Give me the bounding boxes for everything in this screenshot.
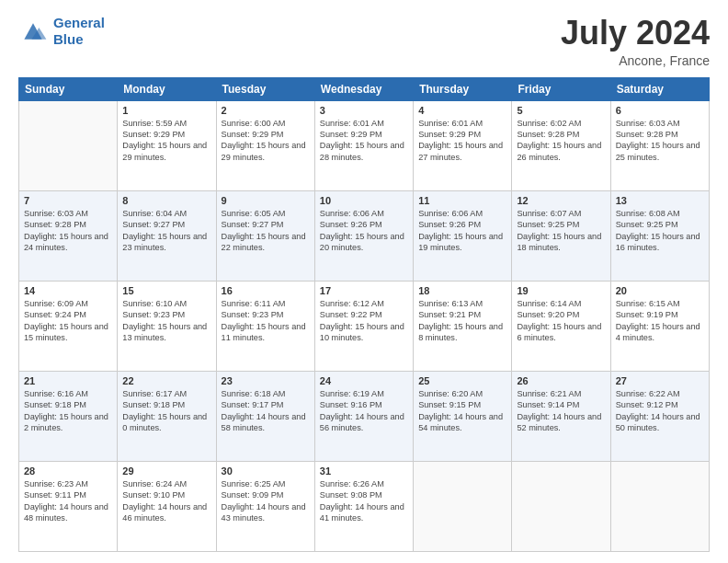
- table-row: 7Sunrise: 6:03 AMSunset: 9:28 PMDaylight…: [19, 190, 118, 281]
- day-info: Sunrise: 6:09 AMSunset: 9:24 PMDaylight:…: [24, 298, 112, 344]
- day-number: 16: [222, 285, 310, 296]
- table-row: 6Sunrise: 6:03 AMSunset: 9:28 PMDaylight…: [610, 100, 709, 190]
- col-thursday: Thursday: [414, 77, 512, 100]
- table-row: 8Sunrise: 6:04 AMSunset: 9:27 PMDaylight…: [118, 190, 216, 281]
- day-info: Sunrise: 6:01 AMSunset: 9:29 PMDaylight:…: [320, 118, 408, 164]
- subtitle: Ancone, France: [561, 53, 710, 68]
- day-info: Sunrise: 6:01 AMSunset: 9:29 PMDaylight:…: [418, 118, 506, 164]
- logo: General Blue: [18, 15, 105, 48]
- day-number: 28: [24, 465, 112, 477]
- calendar-week-row: 28Sunrise: 6:23 AMSunset: 9:11 PMDayligh…: [19, 461, 710, 551]
- table-row: 1Sunrise: 5:59 AMSunset: 9:29 PMDaylight…: [118, 100, 216, 190]
- table-row: 26Sunrise: 6:21 AMSunset: 9:14 PMDayligh…: [512, 371, 610, 461]
- day-info: Sunrise: 6:12 AMSunset: 9:22 PMDaylight:…: [320, 298, 408, 344]
- table-row: 13Sunrise: 6:08 AMSunset: 9:25 PMDayligh…: [610, 190, 709, 281]
- day-number: 24: [320, 375, 408, 386]
- day-info: Sunrise: 6:14 AMSunset: 9:20 PMDaylight:…: [517, 298, 605, 344]
- day-number: 11: [418, 195, 506, 206]
- day-number: 22: [122, 375, 210, 386]
- day-number: 21: [24, 375, 112, 386]
- day-number: 18: [418, 285, 506, 296]
- day-info: Sunrise: 6:04 AMSunset: 9:27 PMDaylight:…: [122, 208, 210, 254]
- day-number: 20: [616, 285, 704, 296]
- day-info: Sunrise: 6:06 AMSunset: 9:26 PMDaylight:…: [320, 208, 408, 254]
- day-info: Sunrise: 6:11 AMSunset: 9:23 PMDaylight:…: [222, 298, 310, 344]
- table-row: 3Sunrise: 6:01 AMSunset: 9:29 PMDaylight…: [314, 100, 413, 190]
- day-info: Sunrise: 6:10 AMSunset: 9:23 PMDaylight:…: [122, 298, 210, 344]
- header: General Blue July 2024 Ancone, France: [18, 15, 710, 68]
- day-number: 14: [24, 285, 112, 296]
- table-row: [19, 100, 118, 190]
- logo-blue: Blue: [53, 31, 84, 47]
- title-block: July 2024 Ancone, France: [561, 15, 710, 68]
- logo-icon: [18, 18, 48, 44]
- day-info: Sunrise: 6:23 AMSunset: 9:11 PMDaylight:…: [24, 478, 112, 524]
- day-number: 13: [616, 195, 704, 206]
- day-info: Sunrise: 6:13 AMSunset: 9:21 PMDaylight:…: [418, 298, 506, 344]
- calendar-header-row: Sunday Monday Tuesday Wednesday Thursday…: [19, 77, 710, 100]
- logo-general: General: [53, 15, 105, 30]
- day-number: 7: [24, 195, 112, 206]
- day-info: Sunrise: 6:21 AMSunset: 9:14 PMDaylight:…: [517, 388, 605, 434]
- table-row: 21Sunrise: 6:16 AMSunset: 9:18 PMDayligh…: [19, 371, 118, 461]
- table-row: 16Sunrise: 6:11 AMSunset: 9:23 PMDayligh…: [216, 281, 314, 371]
- col-wednesday: Wednesday: [314, 77, 413, 100]
- day-number: 29: [122, 465, 210, 477]
- day-number: 15: [122, 285, 210, 296]
- day-info: Sunrise: 6:07 AMSunset: 9:25 PMDaylight:…: [517, 208, 605, 254]
- day-number: 25: [418, 375, 506, 386]
- col-sunday: Sunday: [19, 77, 118, 100]
- day-number: 10: [320, 195, 408, 206]
- table-row: 23Sunrise: 6:18 AMSunset: 9:17 PMDayligh…: [216, 371, 314, 461]
- table-row: [414, 461, 512, 551]
- calendar-week-row: 14Sunrise: 6:09 AMSunset: 9:24 PMDayligh…: [19, 281, 710, 371]
- day-info: Sunrise: 6:15 AMSunset: 9:19 PMDaylight:…: [616, 298, 704, 344]
- table-row: 9Sunrise: 6:05 AMSunset: 9:27 PMDaylight…: [216, 190, 314, 281]
- page: General Blue July 2024 Ancone, France Su…: [0, 0, 728, 563]
- day-info: Sunrise: 6:06 AMSunset: 9:26 PMDaylight:…: [418, 208, 506, 254]
- table-row: 17Sunrise: 6:12 AMSunset: 9:22 PMDayligh…: [314, 281, 413, 371]
- day-info: Sunrise: 6:03 AMSunset: 9:28 PMDaylight:…: [616, 118, 704, 164]
- table-row: [610, 461, 709, 551]
- table-row: 12Sunrise: 6:07 AMSunset: 9:25 PMDayligh…: [512, 190, 610, 281]
- main-title: July 2024: [561, 15, 710, 52]
- table-row: 11Sunrise: 6:06 AMSunset: 9:26 PMDayligh…: [414, 190, 512, 281]
- logo-text: General Blue: [53, 15, 105, 48]
- day-info: Sunrise: 6:20 AMSunset: 9:15 PMDaylight:…: [418, 388, 506, 434]
- col-saturday: Saturday: [610, 77, 709, 100]
- day-number: 12: [517, 195, 605, 206]
- day-info: Sunrise: 6:19 AMSunset: 9:16 PMDaylight:…: [320, 388, 408, 434]
- calendar-table: Sunday Monday Tuesday Wednesday Thursday…: [18, 77, 710, 552]
- table-row: 28Sunrise: 6:23 AMSunset: 9:11 PMDayligh…: [19, 461, 118, 551]
- col-friday: Friday: [512, 77, 610, 100]
- table-row: 14Sunrise: 6:09 AMSunset: 9:24 PMDayligh…: [19, 281, 118, 371]
- day-number: 4: [418, 105, 506, 116]
- table-row: [512, 461, 610, 551]
- day-number: 23: [222, 375, 310, 386]
- day-info: Sunrise: 6:22 AMSunset: 9:12 PMDaylight:…: [616, 388, 704, 434]
- day-info: Sunrise: 6:03 AMSunset: 9:28 PMDaylight:…: [24, 208, 112, 254]
- day-info: Sunrise: 6:00 AMSunset: 9:29 PMDaylight:…: [222, 118, 310, 164]
- day-info: Sunrise: 6:26 AMSunset: 9:08 PMDaylight:…: [320, 478, 408, 524]
- day-number: 2: [222, 105, 310, 116]
- table-row: 31Sunrise: 6:26 AMSunset: 9:08 PMDayligh…: [314, 461, 413, 551]
- day-number: 27: [616, 375, 704, 386]
- table-row: 19Sunrise: 6:14 AMSunset: 9:20 PMDayligh…: [512, 281, 610, 371]
- table-row: 2Sunrise: 6:00 AMSunset: 9:29 PMDaylight…: [216, 100, 314, 190]
- table-row: 10Sunrise: 6:06 AMSunset: 9:26 PMDayligh…: [314, 190, 413, 281]
- day-number: 17: [320, 285, 408, 296]
- day-number: 8: [122, 195, 210, 206]
- col-monday: Monday: [118, 77, 216, 100]
- table-row: 22Sunrise: 6:17 AMSunset: 9:18 PMDayligh…: [118, 371, 216, 461]
- table-row: 25Sunrise: 6:20 AMSunset: 9:15 PMDayligh…: [414, 371, 512, 461]
- day-info: Sunrise: 6:17 AMSunset: 9:18 PMDaylight:…: [122, 388, 210, 434]
- day-info: Sunrise: 6:25 AMSunset: 9:09 PMDaylight:…: [222, 478, 310, 524]
- day-number: 31: [320, 465, 408, 477]
- day-number: 26: [517, 375, 605, 386]
- table-row: 18Sunrise: 6:13 AMSunset: 9:21 PMDayligh…: [414, 281, 512, 371]
- day-number: 19: [517, 285, 605, 296]
- day-number: 9: [222, 195, 310, 206]
- day-info: Sunrise: 6:18 AMSunset: 9:17 PMDaylight:…: [222, 388, 310, 434]
- calendar-week-row: 7Sunrise: 6:03 AMSunset: 9:28 PMDaylight…: [19, 190, 710, 281]
- day-number: 5: [517, 105, 605, 116]
